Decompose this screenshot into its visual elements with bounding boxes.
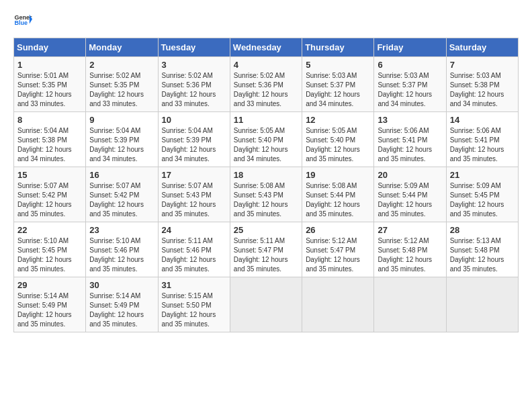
header-day-wednesday: Wednesday (230, 38, 302, 57)
calendar-cell: 6Sunrise: 5:03 AMSunset: 5:37 PMDaylight… (374, 57, 446, 112)
day-info: Sunrise: 5:02 AMSunset: 5:35 PMDaylight:… (89, 71, 154, 109)
day-info: Sunrise: 5:12 AMSunset: 5:47 PMDaylight:… (306, 236, 370, 274)
header-day-monday: Monday (86, 38, 158, 57)
day-number: 6 (378, 60, 442, 70)
day-info: Sunrise: 5:02 AMSunset: 5:36 PMDaylight:… (162, 71, 226, 109)
day-info: Sunrise: 5:03 AMSunset: 5:38 PMDaylight:… (450, 71, 515, 109)
day-number: 15 (17, 170, 82, 180)
day-number: 10 (162, 115, 226, 125)
day-number: 24 (162, 225, 226, 235)
day-number: 8 (17, 115, 82, 125)
week-row-2: 8Sunrise: 5:04 AMSunset: 5:38 PMDaylight… (14, 112, 519, 167)
calendar-cell: 23Sunrise: 5:10 AMSunset: 5:46 PMDayligh… (86, 222, 158, 277)
day-number: 2 (89, 60, 154, 70)
calendar-cell: 2Sunrise: 5:02 AMSunset: 5:35 PMDaylight… (86, 57, 158, 112)
day-info: Sunrise: 5:03 AMSunset: 5:37 PMDaylight:… (378, 71, 442, 109)
day-info: Sunrise: 5:14 AMSunset: 5:49 PMDaylight:… (89, 291, 154, 329)
day-info: Sunrise: 5:08 AMSunset: 5:44 PMDaylight:… (306, 181, 370, 219)
calendar-cell: 29Sunrise: 5:14 AMSunset: 5:49 PMDayligh… (14, 277, 86, 332)
calendar-cell (230, 277, 302, 332)
day-number: 18 (234, 170, 298, 180)
header-day-saturday: Saturday (446, 38, 518, 57)
day-number: 25 (234, 225, 298, 235)
calendar-cell: 21Sunrise: 5:09 AMSunset: 5:45 PMDayligh… (446, 167, 518, 222)
day-number: 27 (378, 225, 442, 235)
day-number: 29 (17, 280, 82, 290)
day-info: Sunrise: 5:11 AMSunset: 5:47 PMDaylight:… (234, 236, 298, 274)
day-info: Sunrise: 5:07 AMSunset: 5:42 PMDaylight:… (17, 181, 82, 219)
calendar-cell: 24Sunrise: 5:11 AMSunset: 5:46 PMDayligh… (158, 222, 230, 277)
day-number: 19 (306, 170, 370, 180)
calendar-cell: 25Sunrise: 5:11 AMSunset: 5:47 PMDayligh… (230, 222, 302, 277)
day-info: Sunrise: 5:04 AMSunset: 5:38 PMDaylight:… (17, 126, 82, 164)
day-number: 4 (234, 60, 298, 70)
day-info: Sunrise: 5:06 AMSunset: 5:41 PMDaylight:… (378, 126, 442, 164)
calendar-table: SundayMondayTuesdayWednesdayThursdayFrid… (13, 38, 519, 332)
logo-icon: General Blue (13, 11, 32, 30)
day-info: Sunrise: 5:12 AMSunset: 5:48 PMDaylight:… (378, 236, 442, 274)
header-row: SundayMondayTuesdayWednesdayThursdayFrid… (14, 38, 519, 57)
day-info: Sunrise: 5:06 AMSunset: 5:41 PMDaylight:… (450, 126, 515, 164)
day-info: Sunrise: 5:03 AMSunset: 5:37 PMDaylight:… (306, 71, 370, 109)
calendar-cell: 28Sunrise: 5:13 AMSunset: 5:48 PMDayligh… (446, 222, 518, 277)
calendar-cell: 18Sunrise: 5:08 AMSunset: 5:43 PMDayligh… (230, 167, 302, 222)
page-header: General Blue (13, 11, 519, 30)
day-number: 16 (89, 170, 154, 180)
day-info: Sunrise: 5:07 AMSunset: 5:43 PMDaylight:… (162, 181, 226, 219)
calendar-cell: 16Sunrise: 5:07 AMSunset: 5:42 PMDayligh… (86, 167, 158, 222)
week-row-5: 29Sunrise: 5:14 AMSunset: 5:49 PMDayligh… (14, 277, 519, 332)
calendar-cell: 1Sunrise: 5:01 AMSunset: 5:35 PMDaylight… (14, 57, 86, 112)
day-number: 11 (234, 115, 298, 125)
calendar-cell: 4Sunrise: 5:02 AMSunset: 5:36 PMDaylight… (230, 57, 302, 112)
header-day-friday: Friday (374, 38, 446, 57)
day-number: 5 (306, 60, 370, 70)
day-number: 28 (450, 225, 515, 235)
calendar-cell: 3Sunrise: 5:02 AMSunset: 5:36 PMDaylight… (158, 57, 230, 112)
day-info: Sunrise: 5:05 AMSunset: 5:40 PMDaylight:… (234, 126, 298, 164)
day-info: Sunrise: 5:09 AMSunset: 5:45 PMDaylight:… (450, 181, 515, 219)
day-info: Sunrise: 5:13 AMSunset: 5:48 PMDaylight:… (450, 236, 515, 274)
calendar-cell: 31Sunrise: 5:15 AMSunset: 5:50 PMDayligh… (158, 277, 230, 332)
day-info: Sunrise: 5:05 AMSunset: 5:40 PMDaylight:… (306, 126, 370, 164)
calendar-cell: 11Sunrise: 5:05 AMSunset: 5:40 PMDayligh… (230, 112, 302, 167)
day-number: 31 (162, 280, 226, 290)
header-day-tuesday: Tuesday (158, 38, 230, 57)
day-number: 14 (450, 115, 515, 125)
calendar-cell: 10Sunrise: 5:04 AMSunset: 5:39 PMDayligh… (158, 112, 230, 167)
day-info: Sunrise: 5:04 AMSunset: 5:39 PMDaylight:… (89, 126, 154, 164)
day-number: 12 (306, 115, 370, 125)
calendar-cell: 17Sunrise: 5:07 AMSunset: 5:43 PMDayligh… (158, 167, 230, 222)
day-info: Sunrise: 5:14 AMSunset: 5:49 PMDaylight:… (17, 291, 82, 329)
day-number: 9 (89, 115, 154, 125)
day-info: Sunrise: 5:08 AMSunset: 5:43 PMDaylight:… (234, 181, 298, 219)
calendar-cell: 22Sunrise: 5:10 AMSunset: 5:45 PMDayligh… (14, 222, 86, 277)
day-info: Sunrise: 5:01 AMSunset: 5:35 PMDaylight:… (17, 71, 82, 109)
day-number: 23 (89, 225, 154, 235)
day-info: Sunrise: 5:07 AMSunset: 5:42 PMDaylight:… (89, 181, 154, 219)
calendar-cell: 27Sunrise: 5:12 AMSunset: 5:48 PMDayligh… (374, 222, 446, 277)
calendar-cell: 5Sunrise: 5:03 AMSunset: 5:37 PMDaylight… (302, 57, 374, 112)
day-info: Sunrise: 5:10 AMSunset: 5:45 PMDaylight:… (17, 236, 82, 274)
day-number: 1 (17, 60, 82, 70)
calendar-cell: 15Sunrise: 5:07 AMSunset: 5:42 PMDayligh… (14, 167, 86, 222)
day-number: 7 (450, 60, 515, 70)
day-info: Sunrise: 5:04 AMSunset: 5:39 PMDaylight:… (162, 126, 226, 164)
week-row-4: 22Sunrise: 5:10 AMSunset: 5:45 PMDayligh… (14, 222, 519, 277)
calendar-cell: 14Sunrise: 5:06 AMSunset: 5:41 PMDayligh… (446, 112, 518, 167)
logo: General Blue (13, 11, 32, 30)
header-day-sunday: Sunday (14, 38, 86, 57)
day-number: 22 (17, 225, 82, 235)
calendar-cell (374, 277, 446, 332)
page-container: General Blue SundayMondayTuesdayWednesda… (0, 0, 532, 340)
day-number: 13 (378, 115, 442, 125)
calendar-cell: 13Sunrise: 5:06 AMSunset: 5:41 PMDayligh… (374, 112, 446, 167)
day-info: Sunrise: 5:02 AMSunset: 5:36 PMDaylight:… (234, 71, 298, 109)
day-info: Sunrise: 5:15 AMSunset: 5:50 PMDaylight:… (162, 291, 226, 329)
calendar-cell: 12Sunrise: 5:05 AMSunset: 5:40 PMDayligh… (302, 112, 374, 167)
day-info: Sunrise: 5:11 AMSunset: 5:46 PMDaylight:… (162, 236, 226, 274)
day-number: 30 (89, 280, 154, 290)
day-number: 26 (306, 225, 370, 235)
day-number: 17 (162, 170, 226, 180)
calendar-cell: 20Sunrise: 5:09 AMSunset: 5:44 PMDayligh… (374, 167, 446, 222)
calendar-cell: 26Sunrise: 5:12 AMSunset: 5:47 PMDayligh… (302, 222, 374, 277)
